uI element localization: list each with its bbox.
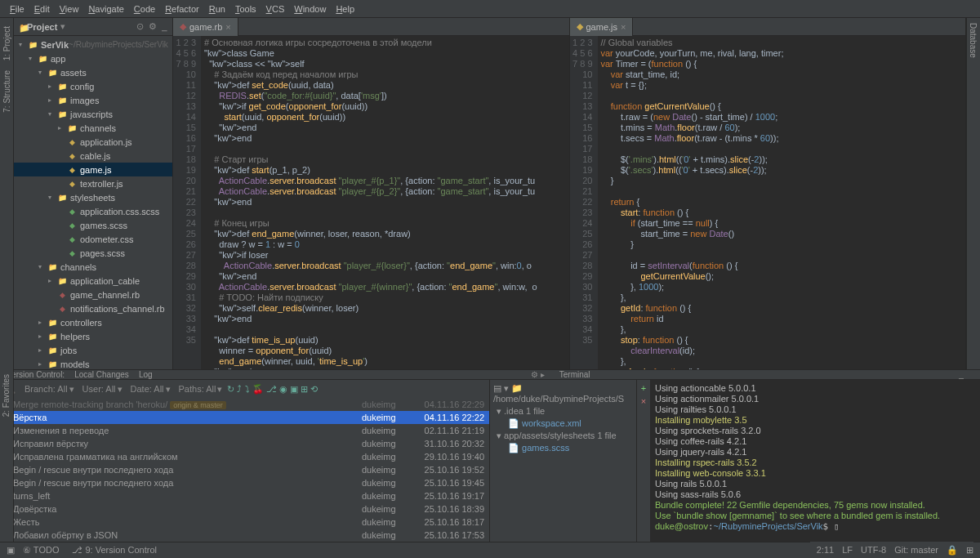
tree-item[interactable]: ◆pages.scss xyxy=(14,246,172,260)
tree-item[interactable]: ▸📁helpers xyxy=(14,329,172,343)
tab-database[interactable]: Database xyxy=(967,18,979,63)
vc-filter[interactable]: 🔍 Branch: All▾ User: All▾ Date: All▾ Pat… xyxy=(0,380,489,398)
commit-row[interactable]: ●Жестьdukeimg25.10.16 18:17 xyxy=(0,516,489,529)
commit-row[interactable]: ●turns_leftdukeimg25.10.16 19:17 xyxy=(0,489,489,502)
commit-row[interactable]: ●Изменения в переводеdukeimg02.11.16 21:… xyxy=(0,424,489,437)
commit-row[interactable]: ●Исправил вёрсткуdukeimg31.10.16 20:32 xyxy=(0,437,489,450)
add-icon[interactable]: + xyxy=(641,383,646,393)
tab-structure[interactable]: 7: Structure xyxy=(1,65,13,118)
tab-game-js[interactable]: ◆ game.js × xyxy=(570,18,634,36)
close-icon[interactable]: × xyxy=(621,22,626,32)
right-tool-tabs: Database xyxy=(966,18,980,369)
menu-help[interactable]: Help xyxy=(331,4,359,14)
project-icon: 📁 xyxy=(19,23,27,31)
tree-item[interactable]: ◆application.js xyxy=(14,135,172,149)
tree-item[interactable]: ▸📁channels xyxy=(14,121,172,135)
tab-bar-left: ◆ game.rb × xyxy=(173,18,569,36)
close-icon[interactable]: × xyxy=(225,22,230,32)
menu-navigate[interactable]: Navigate xyxy=(83,4,128,14)
editor-left: ◆ game.rb × 1 2 3 4 5 6 7 8 9 10 11 12 1… xyxy=(173,18,570,369)
project-panel: 📁 Project ▾ ⊙ ⚙ ⎯ ▾📁SerVik ~/RubyminePro… xyxy=(14,18,173,369)
tab-project[interactable]: 1: Project xyxy=(1,21,13,65)
tree-item[interactable]: ◆application.css.scss xyxy=(14,204,172,218)
tree-item[interactable]: ◆games.scss xyxy=(14,218,172,232)
code-left[interactable]: 1 2 3 4 5 6 7 8 9 10 11 12 13 14 15 16 1… xyxy=(173,36,569,369)
vc-header: Version Control: Local Changes Log ⚙ ▸ T… xyxy=(0,369,980,380)
terminal-title: Terminal xyxy=(559,370,590,379)
menu-tools[interactable]: Tools xyxy=(230,4,261,14)
project-panel-header: 📁 Project ▾ ⊙ ⚙ ⎯ xyxy=(14,18,172,36)
commit-row[interactable]: ●Merge remote-tracking branch 'heroku/ o… xyxy=(0,398,489,411)
menu-view[interactable]: View xyxy=(55,4,84,14)
settings-icon[interactable]: ⚙ xyxy=(149,21,157,32)
commit-row[interactable]: ●Begin / rescue внутри последнего ходаdu… xyxy=(0,476,489,489)
hide-icon[interactable]: ⎯ xyxy=(162,21,167,32)
status-todo[interactable]: ⑥ TODO xyxy=(23,545,59,556)
hide-icon[interactable]: ⎯ xyxy=(959,370,964,379)
bottom-panel: Version Control: Local Changes Log ⚙ ▸ T… xyxy=(0,369,980,542)
vc-files[interactable]: ▤ ▾ 📁 /home/duke/RubymineProjects/S ▾ .i… xyxy=(490,380,637,558)
terminal-gutter[interactable]: + × xyxy=(637,380,650,558)
status-vc[interactable]: ⎇ 9: Version Control xyxy=(72,545,157,556)
project-tree[interactable]: ▾📁SerVik ~/RubymineProjects/SerVik▾📁app▾… xyxy=(14,36,172,369)
tree-item[interactable]: ▾📁stylesheets xyxy=(14,190,172,204)
tab-bar-right: ◆ game.js × xyxy=(570,18,966,36)
tree-item[interactable]: ▸📁config xyxy=(14,79,172,93)
tree-item[interactable]: ◆cable.js xyxy=(14,149,172,163)
commit-row[interactable]: ●Довёрсткаdukeimg25.10.16 18:39 xyxy=(0,502,489,516)
tree-item[interactable]: ▾📁assets xyxy=(14,65,172,79)
tab-favorites[interactable]: 2: Favorites xyxy=(0,369,12,422)
editor-right: ◆ game.js × 1 2 3 4 5 6 7 8 9 10 11 12 1… xyxy=(570,18,967,369)
vc-log: 🔍 Branch: All▾ User: All▾ Date: All▾ Pat… xyxy=(0,380,490,558)
tree-item[interactable]: ▸📁jobs xyxy=(14,343,172,357)
tree-item[interactable]: ▸📁application_cable xyxy=(14,274,172,288)
code-right[interactable]: 1 2 3 4 5 6 7 8 9 10 11 12 13 14 15 16 1… xyxy=(570,36,966,369)
tree-item[interactable]: ◆game_channel.rb xyxy=(14,288,172,301)
menu-file[interactable]: File xyxy=(5,4,29,14)
commit-row[interactable]: ●Исправлена грамматика на английскомduke… xyxy=(0,450,489,463)
left-tool-tabs: 1: Project 7: Structure xyxy=(0,18,14,369)
ruby-icon: ◆ xyxy=(180,21,186,32)
tree-item[interactable]: ◆game.js xyxy=(14,163,172,176)
commit-list[interactable]: ●Merge remote-tracking branch 'heroku/ o… xyxy=(0,398,489,542)
terminal-output[interactable]: Using actioncable 5.0.0.1 Using actionma… xyxy=(650,380,980,558)
tree-item[interactable]: ◆notifications_channel.rb xyxy=(14,301,172,315)
commit-row[interactable]: ●Вёрсткаdukeimg04.11.16 22:22 xyxy=(0,411,489,424)
editor-area: ◆ game.rb × 1 2 3 4 5 6 7 8 9 10 11 12 1… xyxy=(173,18,966,369)
vc-tab-log[interactable]: Log xyxy=(139,370,153,379)
js-icon: ◆ xyxy=(577,21,583,32)
collapse-icon[interactable]: ⊙ xyxy=(136,21,144,32)
tree-item[interactable]: ▾📁channels xyxy=(14,260,172,274)
vc-tab-local[interactable]: Local Changes xyxy=(74,370,129,379)
tree-item[interactable]: ▾📁SerVik ~/RubymineProjects/SerVik xyxy=(14,38,172,51)
tree-item[interactable]: ▸📁models xyxy=(14,357,172,369)
menu-refactor[interactable]: Refactor xyxy=(160,4,204,14)
tree-item[interactable]: ▸📁controllers xyxy=(14,315,172,329)
tree-item[interactable]: ▾📁javascripts xyxy=(14,107,172,121)
menu-code[interactable]: Code xyxy=(129,4,160,14)
terminal-panel: + × Using actioncable 5.0.0.1 Using acti… xyxy=(637,380,980,558)
menu-window[interactable]: Window xyxy=(289,4,331,14)
project-panel-title: Project xyxy=(27,22,57,32)
commit-row[interactable]: ●Лобавил обёртку в JSONdukeimg25.10.16 1… xyxy=(0,529,489,542)
tab-game-rb[interactable]: ◆ game.rb × xyxy=(173,18,238,36)
menu-edit[interactable]: Edit xyxy=(29,4,55,14)
menu-vcs[interactable]: VCS xyxy=(261,4,290,14)
commit-row[interactable]: ●Begin / rescue внутри последнего ходаdu… xyxy=(0,463,489,476)
tree-item[interactable]: ▸📁images xyxy=(14,93,172,107)
close-icon[interactable]: × xyxy=(641,396,646,406)
gear-icon[interactable]: ⚙ ▸ xyxy=(531,370,545,379)
menu-run[interactable]: Run xyxy=(204,4,230,14)
tree-item[interactable]: ▾📁app xyxy=(14,51,172,65)
menubar: FileEditViewNavigateCodeRefactorRunTools… xyxy=(0,0,980,18)
tree-item[interactable]: ◆textroller.js xyxy=(14,176,172,190)
tree-item[interactable]: ◆odometer.css xyxy=(14,232,172,246)
